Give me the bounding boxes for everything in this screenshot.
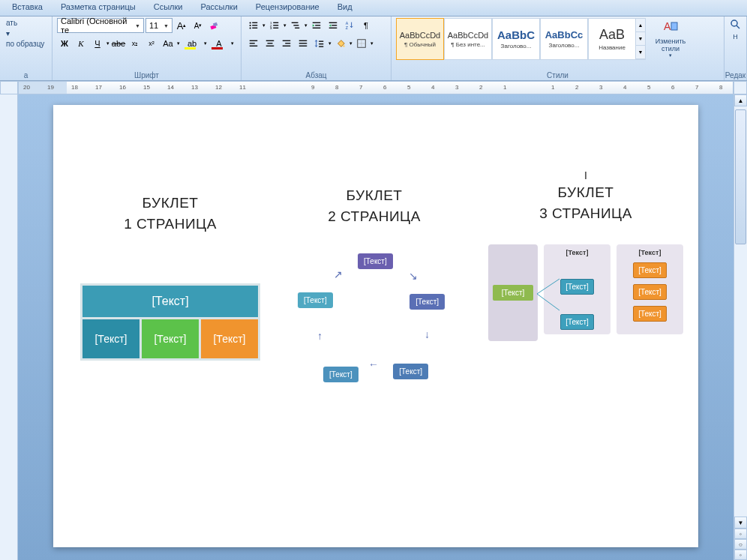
cycle-node[interactable]: [Текст] [323, 367, 358, 382]
hierarchy-node[interactable]: [Текст] [560, 314, 594, 330]
tab-mailings[interactable]: Рассылки [191, 0, 246, 16]
paragraph-group: ▾ 123 ▾ ▾ AZ ¶ ▾ ▾ ▾ [242, 16, 392, 80]
chevron-down-icon[interactable]: ▼ [636, 32, 645, 46]
chevron-up-icon[interactable]: ▲ [636, 19, 645, 32]
scroll-area[interactable]: БУКЛЕТ 1 СТРАНИЦА [Текст] [Текст] [Текст… [18, 94, 734, 560]
svg-rect-32 [266, 46, 274, 46]
italic-button[interactable]: К [74, 36, 88, 51]
multilevel-button[interactable] [288, 18, 303, 33]
format-painter[interactable]: по образцу [4, 39, 46, 49]
svg-point-2 [250, 22, 251, 23]
change-case-button[interactable]: Aa [160, 36, 176, 51]
line-spacing-button[interactable] [312, 36, 327, 51]
browse-button[interactable]: ○ [734, 539, 747, 550]
font-name-combo[interactable]: Calibri (Основной те ▼ [57, 18, 144, 33]
font-color-button[interactable]: A [208, 36, 230, 51]
next-page-button[interactable]: ◦ [734, 550, 747, 560]
chevron-down-icon: ▼ [135, 23, 140, 28]
cycle-node[interactable]: [Текст] [410, 294, 445, 310]
hierarchy-root[interactable]: [Текст] [488, 244, 538, 341]
svg-rect-37 [299, 43, 308, 43]
numbering-icon: 123 [269, 20, 280, 31]
style-preview: AaBbCcDd [400, 31, 440, 40]
hierarchy-node[interactable]: [Текст] [633, 306, 667, 322]
bullets-button[interactable] [246, 18, 261, 33]
style-preview: АаВ [599, 27, 625, 43]
clipboard-row[interactable]: ▾ [4, 28, 11, 38]
align-center-button[interactable] [262, 36, 278, 51]
pilcrow-button[interactable]: ¶ [358, 18, 374, 33]
find-icon[interactable] [729, 18, 742, 31]
numbering-button[interactable]: 123 [267, 18, 282, 33]
scroll-down-button[interactable]: ▼ [734, 517, 747, 529]
grow-font-button[interactable]: A▴ [174, 18, 189, 33]
align-left-button[interactable] [246, 36, 261, 51]
smartart-cell[interactable]: [Текст] [82, 319, 140, 358]
smartart-cell[interactable]: [Текст] [142, 319, 199, 358]
align-left-icon [248, 38, 259, 49]
arrow-icon: ↗ [334, 268, 343, 280]
cycle-node[interactable]: [Текст] [298, 292, 333, 308]
style-title[interactable]: АаВ Название [588, 18, 636, 60]
smartart-cell[interactable]: [Текст] [201, 319, 258, 358]
change-styles-button[interactable]: A Изменить стили ▾ [652, 18, 689, 58]
align-right-button[interactable] [279, 36, 294, 51]
hierarchy-node[interactable]: [Текст] [633, 284, 667, 300]
scroll-thumb[interactable] [735, 109, 746, 244]
shrink-font-button[interactable]: A▾ [190, 18, 206, 33]
styles-scroll[interactable]: ▲ ▼ ▼ [635, 18, 646, 60]
tab-insert[interactable]: Вставка [3, 0, 52, 16]
subscript-button[interactable]: x₂ [128, 36, 142, 51]
tab-layout[interactable]: Разметка страницы [52, 0, 145, 16]
smartart-header-cell[interactable]: [Текст] [82, 286, 258, 317]
font-group: Calibri (Основной те ▼ 11 ▼ A▴ A▾ Ж К Ч … [52, 16, 242, 80]
scroll-up-button[interactable]: ▲ [734, 94, 747, 106]
sort-button[interactable]: AZ [342, 18, 357, 33]
bold-button[interactable]: Ж [57, 36, 72, 51]
tab-view[interactable]: Вид [328, 0, 362, 16]
style-normal[interactable]: AaBbCcDd ¶ Обычный [396, 18, 444, 60]
strike-button[interactable]: abe [111, 36, 126, 51]
superscript-button[interactable]: x² [144, 36, 159, 51]
smartart-list[interactable]: [Текст] [Текст] [Текст] [Текст] [80, 283, 260, 361]
hierarchy-node[interactable]: [Текст] [633, 262, 667, 278]
underline-button[interactable]: Ч [90, 36, 105, 51]
hierarchy-node[interactable]: [Текст] [560, 279, 594, 295]
smartart-hierarchy[interactable]: [Текст] [Текст] [Текст] [Текст] [Текст] [488, 244, 683, 341]
style-heading2[interactable]: AaBbCc Заголово... [540, 18, 588, 60]
style-heading1[interactable]: AaBbC Заголово... [492, 18, 540, 60]
paste-button[interactable]: ать [4, 18, 19, 28]
more-icon[interactable]: ▼ [636, 46, 645, 59]
style-label: Заголово... [493, 43, 539, 49]
tab-review[interactable]: Рецензирование [247, 0, 328, 16]
panel-number: I [584, 169, 587, 181]
cycle-node[interactable]: [Текст] [358, 253, 393, 269]
ruler-vertical[interactable] [0, 94, 18, 560]
clear-format-button[interactable] [207, 18, 222, 33]
vertical-scrollbar[interactable]: ▲ ▼ ◦ ○ ◦ [734, 94, 747, 560]
font-size-combo[interactable]: 11 ▼ [146, 18, 172, 33]
cycle-node[interactable]: [Текст] [393, 364, 428, 379]
scroll-track[interactable] [734, 106, 747, 517]
svg-rect-17 [313, 22, 321, 23]
style-preview: AaBbCcDd [448, 31, 488, 40]
svg-text:Z: Z [346, 25, 349, 30]
style-nospacing[interactable]: AaBbCcDd ¶ Без инте... [444, 18, 492, 60]
shading-button[interactable] [333, 36, 348, 51]
borders-button[interactable] [354, 36, 369, 51]
svg-rect-13 [273, 28, 278, 28]
ruler-horizontal[interactable]: 20191817161514131211987654321123456789 [18, 81, 734, 94]
indent-dec-button[interactable] [309, 18, 324, 33]
prev-page-button[interactable]: ◦ [734, 529, 747, 539]
tab-refs[interactable]: Ссылки [145, 0, 192, 16]
panel-title: БУКЛЕТ [346, 187, 403, 204]
svg-point-4 [250, 25, 251, 26]
svg-line-49 [736, 25, 740, 28]
hierarchy-node[interactable]: [Текст] [493, 285, 533, 301]
svg-rect-5 [252, 25, 257, 25]
highlight-button[interactable]: ab [182, 36, 202, 51]
justify-button[interactable] [296, 36, 310, 51]
ruler-corner [0, 81, 18, 94]
smartart-cycle[interactable]: [Текст] [Текст] [Текст] [Текст] [Текст] … [284, 247, 464, 405]
indent-inc-button[interactable] [326, 18, 340, 33]
